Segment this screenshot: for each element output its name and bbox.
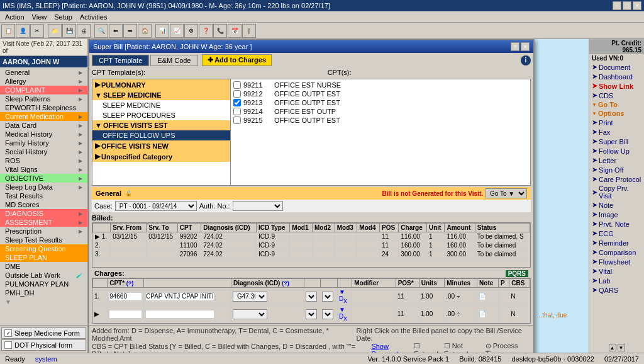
- right-item-followup[interactable]: ➤ Follow Up: [589, 146, 644, 156]
- sidebar-item-complaint[interactable]: COMPLAINT▶: [0, 86, 87, 94]
- right-item-print[interactable]: ➤ Print: [589, 118, 644, 127]
- cpt-section-pulmonary[interactable]: ▶PULMONARY: [92, 79, 230, 90]
- sidebar-item-pulmonary-plan[interactable]: PULMONARY PLAN: [0, 280, 87, 288]
- right-item-note[interactable]: ➤ Note: [589, 200, 644, 210]
- sleep-medicine-form-btn[interactable]: ✓ Sleep Medicine Form: [1, 327, 86, 339]
- right-item-flowsheet[interactable]: ➤ Flowsheet: [589, 257, 644, 266]
- right-item-prvt-note[interactable]: ➤ Prvt. Note: [589, 219, 644, 229]
- menu-activities[interactable]: Activities: [76, 11, 111, 23]
- toolbar-btn-11[interactable]: 📊: [155, 24, 169, 38]
- right-item-superbill[interactable]: ➤ Super Bill: [589, 137, 644, 146]
- maximize-btn[interactable]: □: [623, 1, 631, 10]
- toolbar-btn-13[interactable]: ⚙: [184, 24, 198, 38]
- right-item-ecg[interactable]: ➤ ECG: [589, 229, 644, 238]
- case-select[interactable]: PT - 0001 - 09/24/14: [115, 201, 197, 211]
- sidebar-item-general[interactable]: General▶: [0, 68, 87, 77]
- sidebar-item-prescription[interactable]: Prescription▶: [0, 227, 87, 236]
- right-item-show-link[interactable]: ➤ Show Link: [589, 81, 644, 91]
- right-item-letter[interactable]: ➤ Letter: [589, 156, 644, 165]
- toolbar-btn-8[interactable]: ⬅: [109, 24, 123, 38]
- charges-row-1-desc[interactable]: [144, 288, 231, 305]
- toolbar-btn-9[interactable]: ➡: [123, 24, 137, 38]
- charges-diag-select-1[interactable]: G47.30: [233, 292, 267, 302]
- toolbar-btn-12[interactable]: 📈: [170, 24, 184, 38]
- close-btn[interactable]: ✕: [633, 1, 641, 10]
- cpt-section-office-new[interactable]: ▶OFFICE VISITS NEW: [92, 140, 230, 151]
- menu-action[interactable]: Action: [1, 11, 28, 23]
- right-item-document[interactable]: ➤ Document: [589, 62, 644, 72]
- sidebar-item-ros[interactable]: ROS▶: [0, 156, 87, 165]
- sidebar-item-test-results[interactable]: Test Results: [0, 191, 87, 200]
- charges-row-1-diagnosis[interactable]: G47.30: [231, 288, 304, 305]
- cpt-item-sleep-medicine[interactable]: SLEEP MEDICINE: [92, 100, 230, 110]
- charges-cpt-input-1[interactable]: [109, 292, 142, 301]
- sidebar-item-family-history[interactable]: Family History▶: [0, 139, 87, 147]
- sidebar-item-objective[interactable]: OBJECTIVE▶: [0, 174, 87, 183]
- sleep-medicine-checkbox[interactable]: ✓: [4, 329, 12, 337]
- toolbar-btn-15[interactable]: 📞: [213, 24, 227, 38]
- right-item-cds[interactable]: ➤ CDS: [589, 91, 644, 100]
- toolbar-btn-2[interactable]: 👤: [16, 24, 30, 38]
- menu-setup[interactable]: Setup: [50, 11, 76, 23]
- sidebar-item-vital-signs[interactable]: Vital Signs▶: [0, 165, 87, 174]
- sidebar-item-sleep-log[interactable]: Sleep Log Data▶: [0, 183, 87, 191]
- dialog-help-btn[interactable]: ?: [511, 42, 519, 51]
- dot-physical-checkbox[interactable]: [4, 341, 12, 349]
- billed-row-1[interactable]: ▶ 1. 03/12/15 03/12/15 99202 724.02 ICD-…: [93, 232, 530, 241]
- toolbar-btn-16[interactable]: 📅: [228, 24, 242, 38]
- cpt-section-unspecified[interactable]: ▶Unspecified Category: [92, 151, 230, 162]
- charges-desc-input-2[interactable]: [145, 310, 214, 319]
- sidebar-item-sleep-plan[interactable]: SLEEP PLAN: [0, 253, 87, 262]
- sidebar-item-md-scores[interactable]: MD Scores: [0, 200, 87, 209]
- scroll-down-btn[interactable]: ▼: [618, 344, 625, 351]
- right-item-reminder[interactable]: ➤ Reminder: [589, 238, 644, 247]
- show-payment-link[interactable]: Show Payment: [371, 343, 414, 353]
- right-section-options[interactable]: ▼ Options: [589, 109, 644, 118]
- toolbar-btn-6[interactable]: 🖨: [77, 24, 91, 38]
- dialog-close-btn[interactable]: ✕: [521, 42, 530, 51]
- toolbar-btn-7[interactable]: 🔍: [94, 24, 108, 38]
- right-item-signoff[interactable]: ➤ Sign Off: [589, 165, 644, 174]
- charges-row-1-cpt[interactable]: [108, 288, 144, 305]
- cpt-check-99212[interactable]: [233, 90, 241, 98]
- toolbar-btn-17[interactable]: |: [242, 24, 256, 38]
- right-item-fax[interactable]: ➤ Fax: [589, 127, 644, 137]
- toolbar-btn-14[interactable]: ❓: [199, 24, 213, 38]
- right-item-care-protocol[interactable]: ➤ Care Protocol: [589, 174, 644, 184]
- toolbar-btn-5[interactable]: 💾: [62, 24, 76, 38]
- sidebar-item-diagnosis[interactable]: DIAGNOSIS▶: [0, 209, 87, 218]
- cpt-item-office-followups[interactable]: OFFICE FOLLOW UPS: [92, 130, 230, 140]
- right-item-vital[interactable]: ➤ Vital: [589, 266, 644, 276]
- sidebar-item-sleep-patterns[interactable]: Sleep Patterns▶: [0, 94, 87, 103]
- tab-cpt-template[interactable]: CPT Template: [92, 55, 149, 66]
- right-item-image[interactable]: ➤ Image: [589, 210, 644, 219]
- right-item-qars[interactable]: ➤ QARS: [589, 285, 644, 295]
- billed-row-2[interactable]: 2. 11100 724.02 ICD-9: [93, 241, 530, 250]
- sidebar-item-sleep-test[interactable]: Sleep Test Results: [0, 236, 87, 244]
- charges-row-2-note[interactable]: 📄: [477, 305, 499, 323]
- toolbar-btn-10[interactable]: 🏠: [138, 24, 152, 38]
- cpt-section-sleep-medicine[interactable]: ▼SLEEP MEDICINE: [92, 90, 230, 100]
- right-section-goto[interactable]: ▼ Go To: [589, 100, 644, 109]
- minimize-btn[interactable]: ─: [613, 1, 621, 10]
- cpt-check-99215[interactable]: [233, 117, 241, 124]
- charges-cpt-input-2[interactable]: [109, 310, 142, 319]
- add-to-charges-btn[interactable]: ✚ Add to Charges: [202, 54, 272, 66]
- sidebar-item-pmh-dh[interactable]: PMH_DH: [0, 288, 87, 297]
- menu-view[interactable]: View: [28, 11, 51, 23]
- charges-row-2-diagnosis[interactable]: [231, 305, 304, 323]
- sidebar-item-medical-history[interactable]: Medical History▶: [0, 130, 87, 139]
- dx1-select-2[interactable]: [306, 309, 317, 319]
- sidebar-item-dme[interactable]: DME: [0, 262, 87, 271]
- cpt-section-office-est[interactable]: ▼OFFICE VISITS EST: [92, 120, 230, 130]
- toolbar-btn-4[interactable]: 📁: [48, 24, 62, 38]
- sidebar-item-outside-lab[interactable]: Outside Lab Work🧪: [0, 271, 87, 280]
- tab-em-code[interactable]: E&M Code: [150, 55, 197, 66]
- sidebar-item-allergy[interactable]: Allergy▶: [0, 77, 87, 86]
- go-to-dropdown[interactable]: Go To ▼: [486, 188, 527, 198]
- billed-row-3[interactable]: 3. 27096 724.02 ICD-9: [93, 250, 530, 259]
- charges-row-2-cpt[interactable]: [108, 305, 144, 323]
- sidebar-item-epworth[interactable]: EPWORTH Sleepiness: [0, 103, 87, 112]
- sidebar-item-assessment[interactable]: ASSESSMENT▶: [0, 218, 87, 227]
- right-item-dashboard[interactable]: ➤ Dashboard: [589, 72, 644, 81]
